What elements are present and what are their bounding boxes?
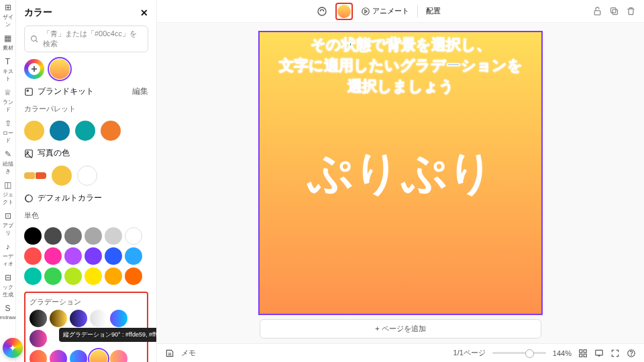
solid-swatch[interactable] — [105, 247, 122, 265]
solid-swatch[interactable] — [85, 247, 102, 265]
memo-label[interactable]: メモ — [181, 348, 196, 358]
annotation-overlay: その状態で背景を選択し、文字に適用したいグラデーションを選択しましょう — [279, 35, 523, 97]
solid-swatch[interactable] — [24, 227, 42, 245]
svg-point-7 — [362, 7, 370, 15]
close-icon[interactable]: ✕ — [140, 7, 148, 18]
solid-swatch[interactable] — [24, 267, 42, 285]
palette-label: カラーパレット — [24, 104, 148, 114]
gradient-swatch[interactable] — [50, 350, 67, 362]
photo-swatch[interactable] — [52, 166, 72, 186]
svg-rect-11 — [580, 349, 582, 352]
solid-swatch[interactable] — [85, 267, 102, 285]
photo-icon — [24, 149, 34, 158]
palette-swatch[interactable] — [24, 121, 44, 141]
background-color-chip[interactable] — [337, 5, 351, 18]
solid-swatch[interactable] — [125, 267, 142, 285]
page-indicator[interactable]: 1/1ページ — [453, 348, 486, 358]
brandkit-icon — [24, 87, 34, 97]
default-icon — [24, 194, 34, 203]
rail-item[interactable]: ⊟ック生成 — [0, 273, 15, 298]
rail-item[interactable]: ▦素材 — [3, 34, 13, 52]
default-label: デフォルトカラー — [38, 192, 102, 204]
color-panel: カラー ✕ 「青」または「#00c4cc」を検索 ブランドキット 編集 カラーパ… — [16, 0, 157, 362]
rail-item[interactable]: Smdraw — [0, 304, 16, 320]
rail-item[interactable]: ⇧ロード — [0, 119, 15, 144]
gradient-tooltip: 縦グラデーション90° : #ffde59, #ff914d — [59, 328, 157, 342]
grid-icon[interactable] — [578, 349, 588, 358]
photo-minis — [24, 172, 46, 179]
solid-swatch[interactable] — [64, 227, 82, 245]
solid-swatch[interactable] — [44, 247, 62, 265]
current-gradient-swatch[interactable] — [50, 59, 70, 79]
svg-rect-14 — [584, 354, 586, 357]
solid-swatch[interactable] — [64, 267, 82, 285]
svg-rect-12 — [584, 349, 586, 352]
svg-rect-1 — [25, 88, 33, 95]
rail-item[interactable]: ♪ーディオ — [0, 242, 15, 267]
animate-button[interactable]: アニメート — [357, 4, 413, 18]
solid-swatch[interactable] — [105, 227, 122, 245]
gradient-swatch[interactable] — [90, 350, 107, 362]
photo-swatch[interactable] — [77, 166, 97, 186]
solid-swatch[interactable] — [44, 227, 62, 245]
svg-point-2 — [27, 90, 28, 91]
memo-icon[interactable] — [165, 349, 174, 358]
rail-item[interactable]: ⊡アプリ — [0, 211, 15, 237]
palette-swatch[interactable] — [50, 121, 70, 141]
magic-fab[interactable] — [3, 338, 23, 358]
rail-item[interactable]: ✎絵描き — [0, 149, 15, 175]
solid-swatch[interactable] — [24, 247, 42, 265]
solid-swatch[interactable] — [125, 247, 142, 265]
svg-point-17 — [631, 355, 632, 355]
svg-point-6 — [318, 7, 326, 15]
svg-point-0 — [32, 36, 37, 41]
gradient-label: グラデーション — [30, 297, 143, 307]
palette-swatch[interactable] — [75, 121, 95, 141]
gradient-swatch[interactable] — [110, 310, 127, 327]
add-color-button[interactable] — [24, 59, 44, 79]
photo-label: 写真の色 — [38, 147, 70, 159]
rail-item[interactable]: ♕ランド — [0, 88, 15, 113]
svg-rect-15 — [596, 350, 603, 355]
gradient-swatch[interactable] — [30, 310, 47, 327]
gradient-swatch[interactable] — [50, 310, 67, 327]
gradient-swatch[interactable] — [70, 350, 87, 362]
rail-item[interactable]: Tキスト — [0, 57, 15, 82]
solid-swatch[interactable] — [85, 227, 102, 245]
color-chip-highlight — [335, 3, 353, 20]
svg-rect-3 — [25, 149, 33, 157]
solid-label: 単色 — [24, 210, 148, 221]
svg-rect-13 — [580, 354, 582, 357]
zoom-slider[interactable] — [492, 352, 546, 354]
add-page-button[interactable]: + ページを追加 — [260, 319, 541, 339]
palette-swatch[interactable] — [101, 121, 121, 141]
gradient-section-highlight: グラデーション 縦グラデーション90° : #ffde59, #ff914d — [24, 292, 148, 362]
arrange-button[interactable]: 配置 — [422, 4, 445, 18]
gradient-swatch[interactable] — [70, 310, 87, 327]
zoom-level[interactable]: 144% — [553, 349, 572, 357]
top-toolbar: アニメート 配置 — [157, 0, 644, 23]
fullscreen-icon[interactable] — [610, 349, 620, 358]
solid-swatch[interactable] — [125, 227, 142, 245]
copy-icon[interactable] — [609, 6, 619, 16]
solid-swatch[interactable] — [64, 247, 82, 265]
present-icon[interactable] — [594, 349, 604, 358]
rail-item[interactable]: ◫ジェクト — [0, 180, 15, 206]
search-input[interactable]: 「青」または「#00c4cc」を検索 — [24, 25, 148, 52]
canvas-text[interactable]: ぷりぷり — [307, 143, 494, 204]
help-icon[interactable] — [627, 349, 636, 358]
effects-button[interactable] — [313, 4, 331, 19]
lock-icon[interactable] — [592, 6, 602, 16]
gradient-swatch[interactable] — [30, 350, 47, 362]
rail-item[interactable]: ⊞ザイン — [0, 3, 15, 28]
gradient-swatch[interactable] — [90, 310, 107, 327]
search-icon — [30, 35, 39, 44]
gradient-swatch[interactable] — [30, 330, 47, 347]
trash-icon[interactable] — [626, 6, 636, 16]
edit-link[interactable]: 編集 — [132, 86, 148, 97]
panel-title: カラー — [24, 7, 52, 19]
gradient-swatch[interactable] — [110, 350, 127, 362]
solid-swatch[interactable] — [44, 267, 62, 285]
solid-swatch[interactable] — [105, 267, 122, 285]
svg-rect-9 — [612, 9, 618, 15]
